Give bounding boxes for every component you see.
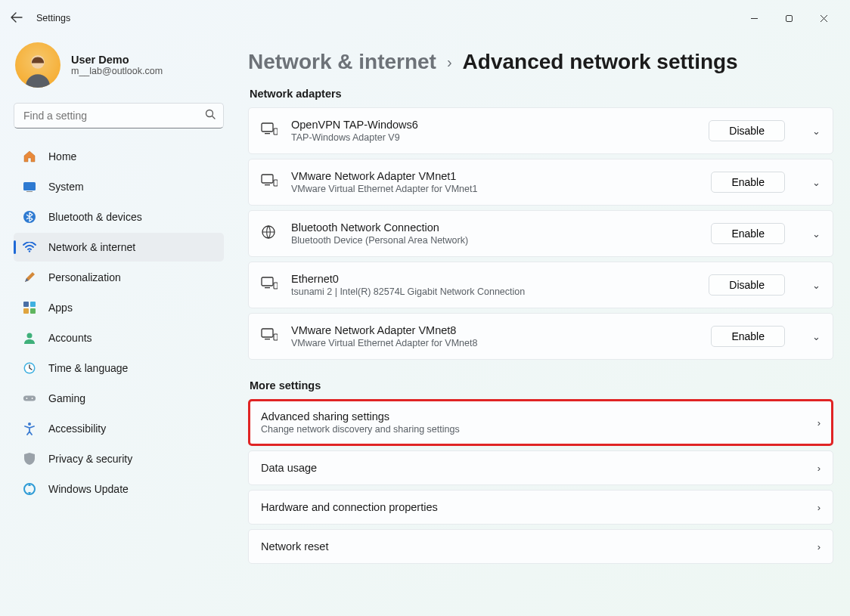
section-adapters-title: Network adapters — [250, 88, 833, 100]
nav-personalization[interactable]: Personalization — [14, 263, 224, 292]
apps-icon — [23, 301, 36, 314]
adapter-action-button[interactable]: Enable — [711, 223, 785, 244]
adapter-row[interactable]: Ethernet0tsunami 2 | Intel(R) 82574L Gig… — [248, 262, 833, 308]
nav-update[interactable]: Windows Update — [14, 475, 224, 503]
pc-icon — [261, 174, 278, 191]
adapter-row[interactable]: Bluetooth Network ConnectionBluetooth De… — [248, 210, 833, 257]
svg-point-11 — [27, 333, 33, 339]
more-title: Hardware and connection properties — [261, 501, 790, 513]
profile-email: m__lab@outlook.com — [71, 66, 163, 76]
nav-accounts[interactable]: Accounts — [14, 323, 224, 352]
nav-apps[interactable]: Apps — [14, 293, 224, 322]
pc-icon — [261, 277, 278, 294]
svg-rect-27 — [265, 287, 270, 288]
svg-rect-20 — [265, 133, 270, 134]
svg-rect-8 — [30, 302, 36, 307]
nav-label: Accounts — [48, 332, 92, 344]
svg-rect-4 — [26, 191, 33, 192]
minimize-button[interactable] — [737, 6, 771, 30]
chevron-right-icon: › — [817, 541, 821, 553]
breadcrumb: Network & internet › Advanced network se… — [248, 50, 833, 74]
nav-label: Bluetooth & devices — [48, 211, 142, 223]
adapter-sub: tsunami 2 | Intel(R) 82574L Gigabit Netw… — [291, 286, 695, 297]
window-controls — [737, 6, 841, 30]
chevron-right-icon: › — [817, 417, 821, 429]
svg-rect-26 — [262, 277, 273, 286]
adapter-row[interactable]: VMware Network Adapter VMnet1VMware Virt… — [248, 159, 833, 206]
bluetooth-icon — [23, 210, 36, 224]
adapter-sub: TAP-Windows Adapter V9 — [291, 132, 695, 143]
nav-privacy[interactable]: Privacy & security — [14, 444, 224, 473]
more-title: Advanced sharing settings — [261, 410, 790, 423]
svg-rect-22 — [262, 175, 273, 183]
nav-label: Network & internet — [48, 241, 135, 253]
adapter-title: OpenVPN TAP-Windows6 — [291, 119, 695, 131]
sidebar: User Demo m__lab@outlook.com Home System… — [0, 36, 234, 616]
home-icon — [23, 150, 36, 163]
svg-rect-19 — [262, 123, 273, 132]
page-title: Advanced network settings — [463, 50, 738, 74]
breadcrumb-parent[interactable]: Network & internet — [248, 50, 436, 74]
chevron-down-icon[interactable]: ⌄ — [812, 228, 821, 240]
main-content: Network & internet › Advanced network se… — [234, 36, 850, 616]
nav: Home System Bluetooth & devices Network … — [14, 142, 224, 503]
adapter-action-button[interactable]: Disable — [709, 274, 785, 296]
nav-label: Home — [48, 150, 76, 163]
update-icon — [23, 482, 36, 496]
profile[interactable]: User Demo m__lab@outlook.com — [14, 42, 224, 88]
more-sub: Change network discovery and sharing set… — [261, 424, 790, 435]
adapter-sub: VMware Virtual Ethernet Adapter for VMne… — [291, 338, 697, 348]
more-advanced-sharing[interactable]: Advanced sharing settingsChange network … — [248, 399, 833, 446]
search-input[interactable] — [14, 103, 224, 128]
nav-label: Apps — [48, 302, 73, 314]
chevron-down-icon[interactable]: ⌄ — [812, 331, 821, 342]
nav-network[interactable]: Network & internet — [14, 233, 224, 262]
titlebar: Settings — [0, 0, 850, 36]
nav-system[interactable]: System — [14, 172, 224, 201]
more-hardware[interactable]: Hardware and connection properties › — [248, 490, 833, 525]
adapter-title: Bluetooth Network Connection — [291, 221, 697, 234]
svg-rect-23 — [265, 184, 270, 185]
adapter-action-button[interactable]: Enable — [711, 326, 785, 347]
svg-rect-30 — [265, 339, 270, 339]
svg-point-17 — [28, 423, 31, 426]
adapter-row[interactable]: VMware Network Adapter VMnet8VMware Virt… — [248, 313, 833, 360]
maximize-button[interactable] — [771, 6, 806, 30]
svg-rect-3 — [23, 182, 36, 190]
more-data-usage[interactable]: Data usage › — [248, 450, 833, 485]
nav-label: Windows Update — [48, 483, 129, 495]
brush-icon — [23, 271, 36, 284]
chevron-down-icon[interactable]: ⌄ — [812, 280, 821, 291]
nav-gaming[interactable]: Gaming — [14, 384, 224, 413]
adapter-row[interactable]: OpenVPN TAP-Windows6TAP-Windows Adapter … — [248, 107, 833, 154]
wifi-icon — [23, 240, 36, 254]
svg-rect-7 — [23, 302, 29, 307]
nav-time[interactable]: Time & language — [14, 354, 224, 382]
close-button[interactable] — [806, 6, 841, 30]
nav-label: Accessibility — [48, 423, 106, 435]
nav-home[interactable]: Home — [14, 142, 224, 171]
system-icon — [23, 180, 36, 193]
chevron-down-icon[interactable]: ⌄ — [812, 177, 821, 188]
more-network-reset[interactable]: Network reset › — [248, 529, 833, 564]
search-icon — [205, 109, 216, 122]
nav-accessibility[interactable]: Accessibility — [14, 414, 224, 443]
more-title: Data usage — [261, 462, 790, 474]
person-icon — [23, 331, 36, 345]
svg-rect-28 — [274, 283, 278, 289]
globe-icon — [261, 224, 278, 243]
profile-name: User Demo — [71, 54, 163, 66]
back-button[interactable] — [9, 12, 24, 25]
accessibility-icon — [23, 422, 36, 435]
nav-bluetooth[interactable]: Bluetooth & devices — [14, 203, 224, 231]
svg-rect-14 — [23, 395, 36, 401]
adapter-action-button[interactable]: Enable — [711, 172, 785, 193]
pc-icon — [261, 328, 278, 345]
chevron-right-icon: › — [447, 54, 452, 71]
adapter-action-button[interactable]: Disable — [709, 120, 785, 141]
chevron-down-icon[interactable]: ⌄ — [812, 125, 821, 137]
avatar — [15, 42, 60, 88]
chevron-right-icon: › — [817, 463, 821, 474]
chevron-right-icon: › — [817, 502, 821, 513]
svg-rect-10 — [30, 308, 36, 314]
